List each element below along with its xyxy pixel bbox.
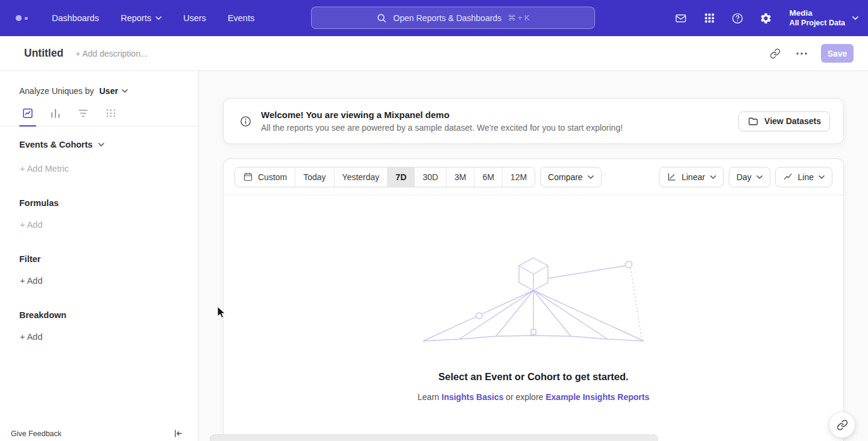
metric-type-tabs [0, 96, 198, 127]
interval-label: Day [737, 172, 752, 182]
tab-flows[interactable] [74, 107, 93, 126]
query-sidebar: Analyze Uniques by User Events & Cohorts… [0, 71, 199, 441]
chevron-down-icon [756, 175, 763, 179]
collapse-left-icon [172, 428, 184, 439]
date-range-label: Yesterday [342, 172, 380, 182]
date-range-6m[interactable]: 6M [474, 167, 502, 187]
project-subtitle: All Project Data [790, 19, 845, 28]
tab-insights[interactable] [18, 107, 37, 126]
nav-item-dashboards[interactable]: Dashboards [52, 13, 99, 23]
chevron-down-icon [852, 16, 858, 20]
more-options-button[interactable] [792, 44, 811, 63]
formulas-section-title: Formulas [19, 198, 198, 208]
share-link-fab[interactable] [829, 411, 855, 438]
scale-dropdown[interactable]: Linear [659, 167, 724, 187]
project-switcher[interactable]: Media All Project Data [790, 8, 858, 28]
date-range-12m[interactable]: 12M [503, 167, 535, 187]
dots-grid-icon [105, 107, 117, 119]
report-title[interactable]: Untitled [24, 47, 63, 60]
add-filter-button[interactable]: + Add [20, 276, 198, 286]
date-range-label: Today [303, 172, 326, 182]
apps-grid-button[interactable] [702, 11, 717, 25]
save-button[interactable]: Save [821, 44, 854, 63]
date-range-label: 12M [511, 172, 527, 182]
project-name: Media [790, 8, 845, 19]
collapse-sidebar-button[interactable] [172, 428, 184, 439]
add-breakdown-button[interactable]: + Add [20, 332, 198, 342]
chart-display-controls: Linear Day Line [659, 167, 832, 187]
search-icon [376, 13, 387, 23]
nav-item-label: Users [183, 13, 206, 23]
funnel-icon [77, 107, 89, 119]
date-range-yesterday[interactable]: Yesterday [335, 167, 388, 187]
add-description[interactable]: + Add description... [75, 49, 147, 58]
insights-basics-link[interactable]: Insights Basics [442, 392, 504, 402]
link-icon [837, 419, 848, 431]
horizontal-scrollbar[interactable] [210, 434, 658, 441]
compare-label: Compare [548, 172, 583, 182]
interval-dropdown[interactable]: Day [729, 167, 770, 187]
copy-link-button[interactable] [766, 44, 785, 63]
date-range-label: 6M [482, 172, 494, 182]
chart-type-dropdown[interactable]: Line [775, 167, 832, 187]
logo-dot [16, 15, 22, 21]
filter-section-title: Filter [19, 254, 198, 264]
ellipsis-icon [796, 52, 807, 55]
nav-right: Media All Project Data [674, 0, 858, 36]
date-range-label: 30D [423, 172, 438, 182]
nav-item-label: Reports [121, 13, 151, 23]
envelope-icon [675, 12, 687, 25]
nav-item-users[interactable]: Users [183, 13, 206, 23]
nav-item-events[interactable]: Events [228, 13, 254, 23]
date-range-7d[interactable]: 7D [388, 167, 415, 187]
mixpanel-logo[interactable] [16, 15, 28, 21]
inbox-button[interactable] [674, 11, 688, 25]
nav-item-reports[interactable]: Reports [121, 13, 162, 23]
tab-funnels[interactable] [46, 107, 65, 126]
add-formula-button[interactable]: + Add [20, 220, 198, 230]
tab-retention[interactable] [101, 107, 121, 126]
global-search[interactable]: Open Reports & Dashboards ⌘ + K [311, 7, 595, 29]
logo-dot [25, 17, 28, 20]
grid-icon [704, 13, 715, 23]
settings-button[interactable] [759, 11, 773, 25]
add-metric-label: + Add Metric [20, 164, 69, 174]
main-content: Welcome! You are viewing a Mixpanel demo… [199, 71, 868, 441]
chevron-down-icon [588, 175, 594, 179]
help-button[interactable] [731, 11, 745, 25]
linear-axis-icon [667, 172, 677, 182]
gear-icon [760, 12, 772, 25]
analyze-by-dropdown[interactable]: User [99, 86, 128, 96]
add-metric-button[interactable]: + Add Metric [20, 164, 198, 174]
view-datasets-label: View Datasets [764, 116, 821, 126]
date-range-label: 3M [454, 172, 466, 182]
nav-links: Dashboards Reports Users Events [52, 13, 254, 23]
add-filter-label: + Add [20, 276, 43, 286]
view-datasets-button[interactable]: View Datasets [738, 111, 830, 131]
info-icon [239, 115, 252, 128]
date-range-30d[interactable]: 30D [415, 167, 447, 187]
chevron-down-icon [156, 16, 162, 20]
chevron-down-icon [98, 143, 104, 146]
chart-controls: Custom Today Yesterday 7D 30D 3M 6M 12M … [224, 159, 843, 195]
insights-chart-icon [22, 107, 34, 119]
example-reports-link[interactable]: Example Insights Reports [546, 392, 649, 402]
date-range-today[interactable]: Today [295, 167, 334, 187]
banner-subtitle: All the reports you see are powered by a… [261, 123, 623, 133]
compare-dropdown[interactable]: Compare [540, 167, 602, 187]
events-cohorts-header[interactable]: Events & Cohorts [19, 140, 198, 149]
chevron-down-icon [710, 175, 716, 179]
date-range-label: 7D [395, 172, 406, 182]
chevron-down-icon [819, 175, 825, 179]
give-feedback-link[interactable]: Give Feedback [11, 430, 61, 438]
empty-state-text: Learn [418, 392, 442, 402]
nav-item-label: Dashboards [52, 13, 99, 23]
search-shortcut: ⌘ + K [508, 13, 530, 22]
date-range-3m[interactable]: 3M [447, 167, 474, 187]
empty-state-title: Select an Event or Cohort to get started… [224, 371, 843, 383]
analyze-label: Analyze Uniques by [19, 86, 94, 96]
scale-label: Linear [682, 172, 705, 182]
date-range-custom[interactable]: Custom [235, 167, 295, 187]
report-header: Untitled + Add description... Save [0, 36, 868, 71]
events-cohorts-label: Events & Cohorts [19, 140, 93, 149]
